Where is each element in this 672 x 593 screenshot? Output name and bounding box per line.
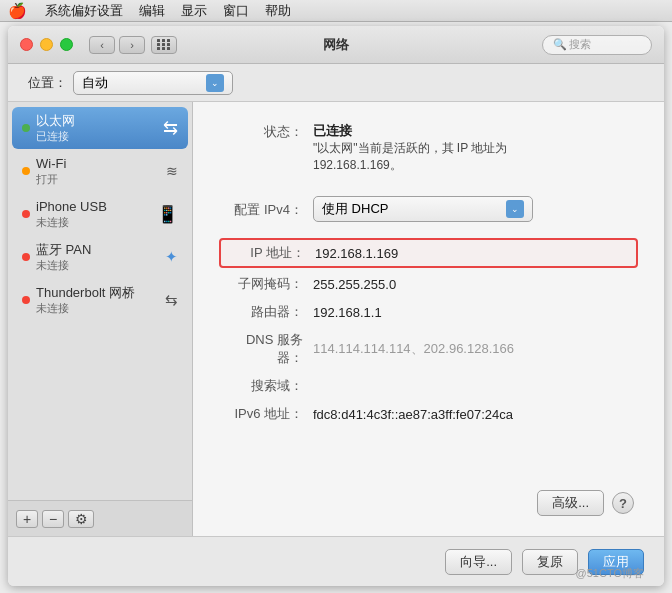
menu-edit[interactable]: 编辑 xyxy=(139,2,165,20)
nav-buttons: ‹ › xyxy=(89,36,145,54)
iphone-usb-content: iPhone USB 未连接 xyxy=(36,199,153,229)
close-button[interactable] xyxy=(20,38,33,51)
menu-help[interactable]: 帮助 xyxy=(265,2,291,20)
subnet-mask-value: 255.255.255.0 xyxy=(313,277,396,292)
ip-address-label: IP 地址： xyxy=(225,244,315,262)
bluetooth-icon: ✦ xyxy=(165,248,178,266)
wifi-content: Wi-Fi 打开 xyxy=(36,156,162,186)
ethernet-icon: ⇆ xyxy=(163,117,178,139)
wifi-status-dot xyxy=(22,167,30,175)
wifi-status: 打开 xyxy=(36,173,162,186)
subnet-mask-row: 子网掩码： 255.255.255.0 xyxy=(223,270,634,298)
wifi-name: Wi-Fi xyxy=(36,156,162,173)
ipv6-row: IPv6 地址： fdc8:d41:4c3f::ae87:a3ff:fe07:2… xyxy=(223,400,634,428)
forward-button[interactable]: › xyxy=(119,36,145,54)
router-label: 路由器： xyxy=(223,303,313,321)
iphone-usb-status-dot xyxy=(22,210,30,218)
sidebar: 以太网 已连接 ⇆ Wi-Fi 打开 ≋ xyxy=(8,102,193,536)
iphone-usb-name: iPhone USB xyxy=(36,199,153,216)
wifi-icon: ≋ xyxy=(166,163,178,179)
config-row: 配置 IPv4： 使用 DHCP ⌄ xyxy=(223,196,634,222)
minimize-button[interactable] xyxy=(40,38,53,51)
status-label: 状态： xyxy=(223,122,313,141)
ipv6-label: IPv6 地址： xyxy=(223,405,313,423)
status-ip: 192.168.1.169。 xyxy=(313,157,507,174)
thunderbolt-icon: ⇆ xyxy=(165,291,178,309)
location-select[interactable]: 自动 ⌄ xyxy=(73,71,233,95)
titlebar: ‹ › 网络 🔍 搜索 xyxy=(8,26,664,64)
network-window: ‹ › 网络 🔍 搜索 位置： 自动 ⌄ xyxy=(8,26,664,586)
sidebar-item-iphone-usb[interactable]: iPhone USB 未连接 📱 xyxy=(12,193,188,235)
iphone-usb-icon: 📱 xyxy=(157,204,178,225)
dns-label: DNS 服务器： xyxy=(223,331,313,367)
menubar: 🍎 系统偏好设置 编辑 显示 窗口 帮助 xyxy=(0,0,672,22)
network-settings-button[interactable]: ⚙ xyxy=(68,510,94,528)
sidebar-list: 以太网 已连接 ⇆ Wi-Fi 打开 ≋ xyxy=(8,102,192,500)
main-content: 以太网 已连接 ⇆ Wi-Fi 打开 ≋ xyxy=(8,102,664,536)
search-box[interactable]: 🔍 搜索 xyxy=(542,35,652,55)
ethernet-status: 已连接 xyxy=(36,130,159,143)
search-domain-row: 搜索域： xyxy=(223,372,634,400)
ip-table: IP 地址： 192.168.1.169 子网掩码： 255.255.255.0… xyxy=(223,236,634,428)
location-label: 位置： xyxy=(28,74,67,92)
watermark: @51CTO博客 xyxy=(576,566,644,581)
menu-window[interactable]: 窗口 xyxy=(223,2,249,20)
back-button[interactable]: ‹ xyxy=(89,36,115,54)
config-ipv4-select[interactable]: 使用 DHCP ⌄ xyxy=(313,196,533,222)
grid-view-button[interactable] xyxy=(151,36,177,54)
bottom-bar: 向导... 复原 应用 xyxy=(8,536,664,586)
status-section: 状态： 已连接 "以太网"当前是活跃的，其 IP 地址为 192.168.1.1… xyxy=(223,122,634,180)
remove-network-button[interactable]: − xyxy=(42,510,64,528)
location-bar: 位置： 自动 ⌄ xyxy=(8,64,664,102)
thunderbolt-status-dot xyxy=(22,296,30,304)
sidebar-footer: + − ⚙ xyxy=(8,500,192,536)
thunderbolt-status: 未连接 xyxy=(36,302,161,315)
wizard-button[interactable]: 向导... xyxy=(445,549,512,575)
add-network-button[interactable]: + xyxy=(16,510,38,528)
thunderbolt-content: Thunderbolt 网桥 未连接 xyxy=(36,285,161,315)
traffic-lights xyxy=(20,38,73,51)
config-dropdown-arrow: ⌄ xyxy=(506,200,524,218)
status-desc: "以太网"当前是活跃的，其 IP 地址为 xyxy=(313,140,507,157)
ip-address-value: 192.168.1.169 xyxy=(315,246,398,261)
router-value: 192.168.1.1 xyxy=(313,305,382,320)
router-row: 路由器： 192.168.1.1 xyxy=(223,298,634,326)
status-value: 已连接 xyxy=(313,122,507,140)
sidebar-item-ethernet[interactable]: 以太网 已连接 ⇆ xyxy=(12,107,188,149)
help-button[interactable]: ? xyxy=(612,492,634,514)
menu-display[interactable]: 显示 xyxy=(181,2,207,20)
dns-row: DNS 服务器： 114.114.114.114、202.96.128.166 xyxy=(223,326,634,372)
location-dropdown-arrow: ⌄ xyxy=(206,74,224,92)
location-value: 自动 xyxy=(82,74,202,92)
bluetooth-name: 蓝牙 PAN xyxy=(36,242,161,259)
window-title: 网络 xyxy=(323,36,349,54)
detail-panel: 状态： 已连接 "以太网"当前是活跃的，其 IP 地址为 192.168.1.1… xyxy=(193,102,664,536)
config-value: 使用 DHCP xyxy=(322,200,502,218)
revert-button[interactable]: 复原 xyxy=(522,549,578,575)
bluetooth-status: 未连接 xyxy=(36,259,161,272)
subnet-mask-label: 子网掩码： xyxy=(223,275,313,293)
advanced-button[interactable]: 高级... xyxy=(537,490,604,516)
config-label: 配置 IPv4： xyxy=(223,200,313,219)
ethernet-name: 以太网 xyxy=(36,113,159,130)
ethernet-content: 以太网 已连接 xyxy=(36,113,159,143)
ipv6-value: fdc8:d41:4c3f::ae87:a3ff:fe07:24ca xyxy=(313,407,513,422)
iphone-usb-status: 未连接 xyxy=(36,216,153,229)
status-row: 状态： 已连接 "以太网"当前是活跃的，其 IP 地址为 192.168.1.1… xyxy=(223,122,634,174)
apple-menu[interactable]: 🍎 xyxy=(8,2,27,20)
search-placeholder: 搜索 xyxy=(569,37,591,52)
bluetooth-content: 蓝牙 PAN 未连接 xyxy=(36,242,161,272)
menu-system-prefs[interactable]: 系统偏好设置 xyxy=(45,2,123,20)
bluetooth-status-dot xyxy=(22,253,30,261)
maximize-button[interactable] xyxy=(60,38,73,51)
sidebar-item-thunderbolt[interactable]: Thunderbolt 网桥 未连接 ⇆ xyxy=(12,279,188,321)
thunderbolt-name: Thunderbolt 网桥 xyxy=(36,285,161,302)
ethernet-status-dot xyxy=(22,124,30,132)
sidebar-item-wifi[interactable]: Wi-Fi 打开 ≋ xyxy=(12,150,188,192)
ip-address-row: IP 地址： 192.168.1.169 xyxy=(219,238,638,268)
dns-value: 114.114.114.114、202.96.128.166 xyxy=(313,340,514,358)
search-domain-label: 搜索域： xyxy=(223,377,313,395)
sidebar-item-bluetooth-pan[interactable]: 蓝牙 PAN 未连接 ✦ xyxy=(12,236,188,278)
